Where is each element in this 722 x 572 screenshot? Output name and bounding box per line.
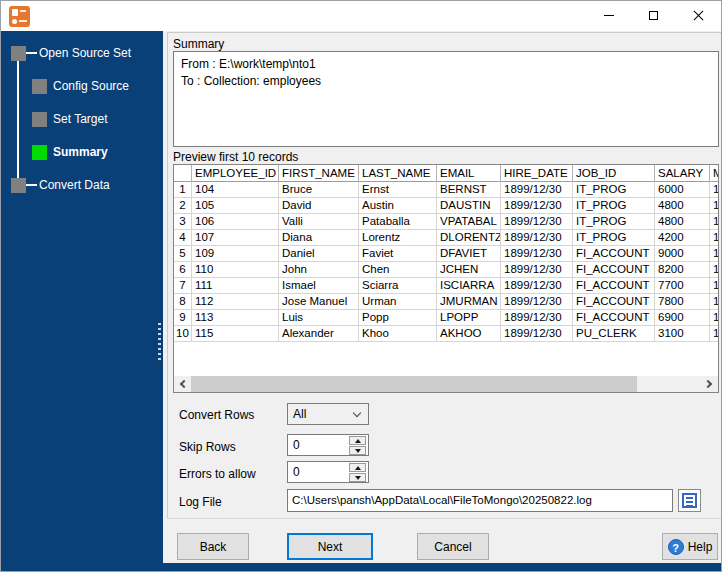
skip-rows-stepper[interactable]: 0 xyxy=(287,434,369,456)
table-cell: 6 xyxy=(174,262,192,278)
minimize-button[interactable] xyxy=(586,1,631,30)
table-cell: Sciarra xyxy=(359,278,437,294)
table-cell: 1899/12/30 xyxy=(501,278,573,294)
table-row[interactable]: 6110JohnChenJCHEN1899/12/30FI_ACCOUNT820… xyxy=(174,262,718,278)
table-row[interactable]: 2105DavidAustinDAUSTIN1899/12/30IT_PROG4… xyxy=(174,198,718,214)
table-cell: Popp xyxy=(359,310,437,326)
table-cell: 113 xyxy=(192,310,279,326)
table-row[interactable]: 9113LuisPoppLPOPP1899/12/30FI_ACCOUNT690… xyxy=(174,310,718,326)
column-header[interactable]: LAST_NAME xyxy=(359,165,437,182)
table-cell: VPATABAL xyxy=(437,214,501,230)
table-cell: Urman xyxy=(359,294,437,310)
sidebar-step-open-source-set[interactable]: Open Source Set xyxy=(11,46,131,61)
preview-table: EMPLOYEE_IDFIRST_NAMELAST_NAMEEMAILHIRE_… xyxy=(173,164,719,393)
table-cell: DAUSTIN xyxy=(437,198,501,214)
sidebar-splitter-handle[interactable] xyxy=(158,323,161,361)
sidebar-step-set-target[interactable]: Set Target xyxy=(32,112,107,127)
table-cell: JCHEN xyxy=(437,262,501,278)
step-label: Set Target xyxy=(53,112,107,127)
scroll-left-button[interactable] xyxy=(174,376,191,392)
table-cell: 4800 xyxy=(655,214,710,230)
table-cell: 103 xyxy=(710,198,719,214)
summary-text-box[interactable]: From : E:\work\temp\nto1 To : Collection… xyxy=(173,51,719,147)
table-row[interactable]: 1104BruceErnstBERNST1899/12/30IT_PROG600… xyxy=(174,182,718,198)
table-cell: 111 xyxy=(192,278,279,294)
table-cell: Diana xyxy=(279,230,359,246)
table-cell: Daniel xyxy=(279,246,359,262)
log-file-browse-button[interactable] xyxy=(678,489,701,512)
maximize-icon xyxy=(649,11,658,20)
step-marker-square-active xyxy=(32,145,47,160)
table-row[interactable]: 7111IsmaelSciarraISCIARRA1899/12/30FI_AC… xyxy=(174,278,718,294)
table-cell: AKHOO xyxy=(437,326,501,342)
step-marker-square xyxy=(32,79,47,94)
sidebar-step-convert-data[interactable]: Convert Data xyxy=(11,178,110,193)
spinner-buttons xyxy=(349,436,366,454)
table-cell: IT_PROG xyxy=(573,182,655,198)
scrollbar-thumb[interactable] xyxy=(191,376,637,392)
spin-up-button[interactable] xyxy=(349,463,366,472)
window-bottom-edge xyxy=(1,563,721,571)
table-cell: 1899/12/30 xyxy=(501,262,573,278)
maximize-button[interactable] xyxy=(631,1,676,30)
next-button[interactable]: Next xyxy=(287,533,373,560)
table-cell: 1899/12/30 xyxy=(501,214,573,230)
sidebar-step-config-source[interactable]: Config Source xyxy=(32,79,129,94)
table-header-row: EMPLOYEE_IDFIRST_NAMELAST_NAMEEMAILHIRE_… xyxy=(174,165,718,182)
table-cell: 105 xyxy=(192,198,279,214)
table-cell: Pataballa xyxy=(359,214,437,230)
close-button[interactable] xyxy=(676,1,721,30)
scroll-right-button[interactable] xyxy=(701,376,718,392)
table-cell: Khoo xyxy=(359,326,437,342)
spin-up-button[interactable] xyxy=(349,436,366,445)
table-cell: 114 xyxy=(710,326,719,342)
summary-line-to: To : Collection: employees xyxy=(181,73,711,90)
horizontal-scrollbar[interactable] xyxy=(174,376,718,392)
column-header[interactable]: EMPLOYEE_ID xyxy=(192,165,279,182)
errors-to-allow-label: Errors to allow xyxy=(179,467,256,481)
spin-down-button[interactable] xyxy=(349,473,366,482)
table-row[interactable]: 8112Jose ManuelUrmanJMURMAN1899/12/30FI_… xyxy=(174,294,718,310)
cancel-button[interactable]: Cancel xyxy=(417,533,489,560)
column-header[interactable]: MANAGER_ID xyxy=(710,165,719,182)
table-cell: Ismael xyxy=(279,278,359,294)
chevron-left-icon xyxy=(180,380,188,388)
column-header[interactable]: EMAIL xyxy=(437,165,501,182)
column-header[interactable]: JOB_ID xyxy=(573,165,655,182)
filetomongo-logo-icon xyxy=(9,6,30,27)
table-cell: 108 xyxy=(710,246,719,262)
convert-rows-selected-value: All xyxy=(293,407,306,421)
step-label: Summary xyxy=(53,145,108,160)
table-cell: 108 xyxy=(710,278,719,294)
help-button[interactable]: ? Help xyxy=(662,533,718,560)
table-cell: 103 xyxy=(710,214,719,230)
back-button[interactable]: Back xyxy=(177,533,249,560)
spin-down-button[interactable] xyxy=(349,446,366,455)
column-header[interactable] xyxy=(174,165,192,182)
log-file-input[interactable]: C:\Users\pansh\AppData\Local\FileToMongo… xyxy=(287,489,673,512)
table-row[interactable]: 4107DianaLorentzDLORENTZ1899/12/30IT_PRO… xyxy=(174,230,718,246)
table-cell: 106 xyxy=(192,214,279,230)
column-header[interactable]: SALARY xyxy=(655,165,710,182)
table-cell: 1899/12/30 xyxy=(501,182,573,198)
arrow-down-icon xyxy=(355,449,361,453)
errors-to-allow-stepper[interactable]: 0 xyxy=(287,461,369,483)
table-row[interactable]: 5109DanielFavietDFAVIET1899/12/30FI_ACCO… xyxy=(174,246,718,262)
table-cell: 115 xyxy=(192,326,279,342)
table-cell: 7800 xyxy=(655,294,710,310)
table-row[interactable]: 3106ValliPataballaVPATABAL1899/12/30IT_P… xyxy=(174,214,718,230)
step-label: Open Source Set xyxy=(39,46,131,61)
table-cell: IT_PROG xyxy=(573,214,655,230)
table-cell: LPOPP xyxy=(437,310,501,326)
table-cell: 7 xyxy=(174,278,192,294)
table-row[interactable]: 10115AlexanderKhooAKHOO1899/12/30PU_CLER… xyxy=(174,326,718,342)
view-log-file-icon xyxy=(682,493,697,508)
table-cell: 103 xyxy=(710,182,719,198)
table-cell: Austin xyxy=(359,198,437,214)
sidebar-step-summary[interactable]: Summary xyxy=(32,145,108,160)
convert-rows-select[interactable]: All xyxy=(287,403,369,425)
table-cell: 1899/12/30 xyxy=(501,198,573,214)
column-header[interactable]: FIRST_NAME xyxy=(279,165,359,182)
table-cell: FI_ACCOUNT xyxy=(573,262,655,278)
column-header[interactable]: HIRE_DATE xyxy=(501,165,573,182)
